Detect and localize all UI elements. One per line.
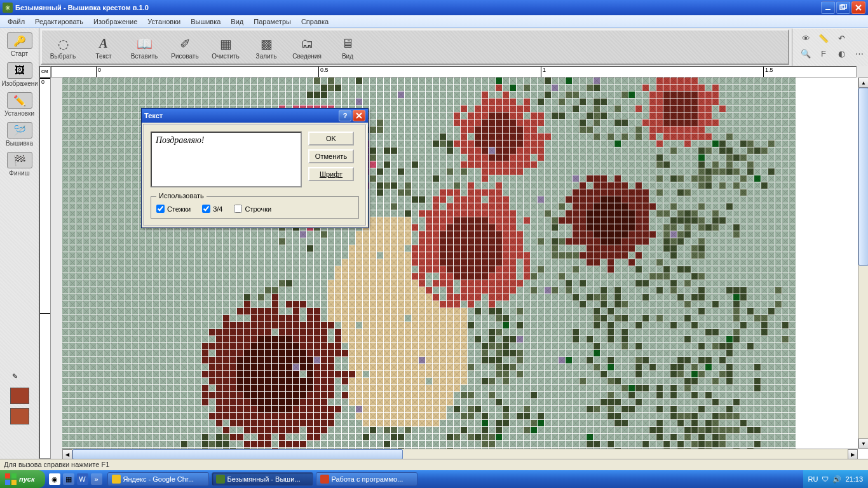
scroll-right-button[interactable]: ▶ [848, 449, 858, 459]
sidebar-item-label: Вышивка [6, 140, 33, 147]
close-button[interactable] [851, 1, 865, 14]
sidebar-item-stitch[interactable]: 🪡 Вышивка [2, 120, 37, 149]
tool-font-icon[interactable]: F [818, 48, 829, 58]
ruler-tick: 1.5 [763, 67, 773, 77]
checkbox-stitches[interactable]: Стежки [156, 205, 191, 213]
scrollbar-horizontal[interactable]: ◀ ▶ [62, 449, 858, 459]
ok-button[interactable]: OK [308, 132, 354, 146]
maximize-button[interactable] [836, 1, 850, 14]
dialog-title-text: Текст [144, 112, 163, 119]
checkbox-34-input[interactable] [202, 205, 210, 213]
pencil-tool-icon[interactable]: ✎ [12, 372, 27, 383]
tool-label: Рисовать [171, 53, 198, 60]
sidebar-item-start[interactable]: 🔑 Старт [2, 30, 37, 59]
tool-more-icon[interactable]: ⋯ [853, 48, 865, 58]
lang-indicator[interactable]: RU [808, 475, 818, 483]
ruler-tick: 1 [541, 67, 546, 77]
tool-view[interactable]: 🖥Вид [330, 35, 365, 60]
app-task-icon [216, 475, 225, 484]
settings-icon: ✏️ [7, 92, 32, 109]
font-button[interactable]: Шрифт [308, 167, 354, 181]
scroll-left-button[interactable]: ◀ [62, 449, 72, 459]
task-app[interactable]: Безымянный - Выши... [212, 472, 313, 486]
svg-rect-0 [825, 9, 831, 10]
menu-options[interactable]: Параметры [248, 17, 296, 27]
cancel-button[interactable]: Отменить [308, 149, 354, 163]
use-fieldset: Использовать Стежки 3/4 Строчки [151, 196, 359, 219]
sidebar-item-image[interactable]: 🖼 Изображение [2, 60, 37, 89]
fieldset-legend: Использовать [156, 192, 207, 200]
scroll-down-button[interactable]: ▼ [858, 438, 868, 449]
app-icon: ✳ [3, 3, 13, 13]
ql-expand-icon[interactable]: » [91, 473, 102, 485]
scrollbar-vertical[interactable]: ▲ ▼ [858, 78, 868, 449]
clock[interactable]: 21:13 [845, 475, 863, 483]
tool-color-icon[interactable]: ◐ [836, 48, 847, 58]
checkbox-label: 3/4 [213, 205, 222, 213]
tool-fill[interactable]: ▩Залить [249, 35, 283, 60]
sidebar-item-settings[interactable]: ✏️ Установки [2, 90, 37, 119]
tool-text[interactable]: AТекст [86, 35, 121, 60]
tool-info[interactable]: 🗂Сведения [290, 35, 324, 60]
sidebar-item-label: Финиш [9, 170, 29, 177]
tool-ruler-icon[interactable]: 📏 [818, 33, 829, 43]
ruler-horizontal: 0 0.5 1 1.5 [51, 66, 857, 78]
minimize-button[interactable] [821, 1, 835, 14]
tool-eye-icon[interactable]: 👁 [800, 33, 811, 43]
toolbar: ◌Выбрать AТекст 📖Вставить ✐Рисовать ▦Очи… [41, 29, 789, 65]
tool-zoom-icon[interactable]: 🔍 [800, 48, 811, 58]
scroll-up-button[interactable]: ▲ [858, 78, 868, 88]
checkbox-label: Строчки [245, 205, 271, 213]
menu-view[interactable]: Вид [226, 17, 248, 27]
tool-paste[interactable]: 📖Вставить [127, 35, 161, 60]
menubar: Файл Редактировать Изображение Установки… [0, 15, 868, 28]
checkbox-stitches-input[interactable] [156, 205, 165, 213]
color-swatch-2[interactable] [10, 408, 29, 424]
dialog-text-input[interactable] [151, 132, 302, 187]
ruler-tick: 0.5 [318, 67, 329, 77]
ql-chrome-icon[interactable]: ◉ [49, 473, 60, 485]
menu-embroidery[interactable]: Вышивка [186, 17, 226, 27]
scroll-thumb-v[interactable] [858, 88, 868, 266]
menu-file[interactable]: Файл [3, 17, 30, 27]
left-sidebar: 🔑 Старт 🖼 Изображение ✏️ Установки 🪡 Выш… [0, 28, 39, 459]
tool-select[interactable]: ◌Выбрать [46, 35, 80, 60]
menu-settings[interactable]: Установки [142, 17, 186, 27]
checkbox-lines-input[interactable] [234, 205, 242, 213]
ql-word-icon[interactable]: W [77, 473, 88, 485]
menu-image[interactable]: Изображение [88, 17, 142, 27]
dialog-help-button[interactable]: ? [339, 110, 351, 121]
sidebar-item-label: Изображение [2, 80, 37, 87]
quick-launch: ◉ ▦ W » [45, 473, 106, 485]
tray-volume-icon[interactable]: 🔊 [832, 475, 841, 484]
task-label: Безымянный - Выши... [227, 475, 301, 483]
tool-clear[interactable]: ▦Очистить [208, 35, 243, 60]
clear-icon: ▦ [214, 35, 237, 53]
system-tray: RU 🛡 🔊 21:13 [803, 470, 868, 488]
tool-label: Выбрать [50, 53, 76, 60]
checkbox-34[interactable]: 3/4 [202, 205, 222, 213]
tray-shield-icon[interactable]: 🛡 [822, 475, 829, 483]
tool-label: Очистить [212, 53, 240, 60]
ql-app-icon[interactable]: ▦ [63, 473, 74, 485]
task-chrome[interactable]: Яндекс - Google Chr... [107, 472, 209, 486]
dialog-close-button[interactable] [353, 110, 365, 121]
task-label: Яндекс - Google Chr... [123, 475, 194, 483]
dialog-titlebar[interactable]: Текст ? [142, 109, 368, 123]
tool-label: Текст [95, 53, 111, 60]
checkbox-lines[interactable]: Строчки [234, 205, 271, 213]
tool-undo-icon[interactable]: ↶ [836, 33, 847, 43]
menu-help[interactable]: Справка [296, 17, 334, 27]
finish-icon: 🏁 [7, 152, 32, 168]
scroll-thumb-h[interactable] [72, 449, 403, 459]
color-swatch-1[interactable] [10, 388, 29, 404]
window-title: Безымянный - Вышивка крестом в.1.0 [15, 4, 149, 11]
task-powerpoint[interactable]: Работа с программо... [316, 472, 417, 486]
start-button[interactable]: пуск [0, 470, 45, 488]
text-dialog: Текст ? OK Отменить Шрифт Использовать С… [141, 108, 369, 228]
tool-draw[interactable]: ✐Рисовать [168, 35, 202, 60]
select-icon: ◌ [51, 35, 74, 53]
sidebar-item-finish[interactable]: 🏁 Финиш [2, 150, 37, 179]
menu-edit[interactable]: Редактировать [30, 17, 88, 27]
ruler-tick: 0 [40, 78, 50, 85]
